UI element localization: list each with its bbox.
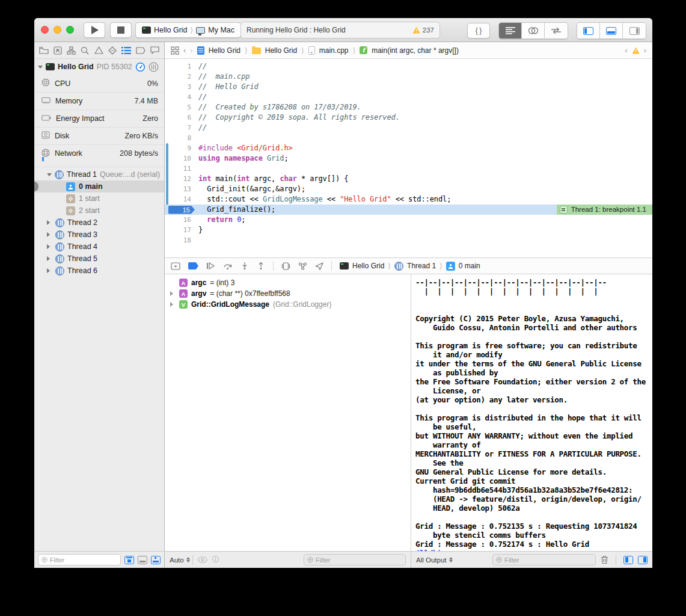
thread-row-2[interactable]: Thread 2 [34, 217, 164, 229]
navigator-filter-field[interactable] [38, 554, 121, 565]
thread-row-1[interactable]: Thread 1Queue:...d (serial) [34, 168, 164, 180]
line-number[interactable]: 12 [165, 174, 191, 184]
thread-row-6[interactable]: Thread 6 [34, 265, 164, 277]
gauge-row-network[interactable]: Network208 bytes/s [34, 144, 164, 162]
stack-frame-row[interactable]: 0 main [34, 180, 164, 192]
debug-crumb-process[interactable]: Hello Grid [352, 262, 384, 270]
forward-button[interactable]: › [190, 46, 192, 55]
disclosure-triangle[interactable] [47, 268, 52, 273]
line-number[interactable]: 11 [165, 164, 191, 174]
console-view[interactable]: --|--|--|--|--|--|--|--|--|--|--|--|--|-… [411, 274, 652, 551]
line-number[interactable]: 5 [165, 102, 191, 112]
stop-button[interactable] [110, 22, 132, 38]
breadcrumb-project[interactable]: Hello Grid [209, 46, 240, 55]
debug-crumb-frame[interactable]: 0 main [459, 262, 480, 270]
line-number[interactable]: 6 [165, 112, 191, 123]
previous-issue-button[interactable]: ‹ [625, 46, 627, 55]
stack-frame-row[interactable]: 2 start [34, 205, 164, 217]
disclosure-triangle[interactable] [38, 66, 43, 69]
toggle-inspector-button[interactable] [623, 23, 646, 38]
zoom-window-button[interactable] [66, 26, 74, 34]
gauge-row-cpu[interactable]: CPU0% [34, 75, 164, 92]
line-number[interactable]: 10 [165, 153, 191, 164]
scheme-selector[interactable]: Hello Grid ⟩ My Mac [135, 22, 241, 38]
report-navigator-tab[interactable] [150, 46, 159, 54]
variable-row[interactable]: Aargc= (int) 3 [165, 277, 411, 288]
variables-filter-field[interactable] [304, 554, 406, 565]
issue-warning-icon[interactable] [632, 47, 640, 54]
clear-console-button[interactable] [601, 555, 608, 564]
console-filter-field[interactable] [492, 554, 596, 565]
breadcrumb-file[interactable]: main.cpp [319, 46, 349, 55]
disclosure-triangle[interactable] [47, 232, 52, 237]
filter-threads-button[interactable] [151, 556, 161, 564]
find-navigator-tab[interactable] [81, 46, 89, 55]
gauge-row-memory[interactable]: Memory7.4 MB [34, 92, 164, 109]
symbol-navigator-tab[interactable] [67, 46, 76, 55]
stack-frame-row[interactable]: 1 start [34, 192, 164, 205]
line-number[interactable]: 9 [165, 143, 191, 153]
disclosure-triangle[interactable] [47, 244, 52, 249]
run-button[interactable] [84, 22, 105, 38]
console-output-selector[interactable]: All Output [416, 556, 453, 564]
disclosure-triangle[interactable] [47, 173, 52, 176]
line-number[interactable]: 7 [165, 123, 191, 133]
library-button[interactable]: { } [467, 23, 490, 38]
issue-navigator-tab[interactable] [94, 46, 103, 54]
breadcrumb-group[interactable]: Hello Grid [265, 46, 297, 55]
breakpoint-badge[interactable]: 15 [168, 206, 195, 214]
simulate-location-button[interactable] [315, 262, 323, 270]
debug-view-hierarchy-button[interactable] [281, 262, 290, 270]
gauge-row-disk[interactable]: DiskZero KB/s [34, 127, 164, 144]
breakpoints-toggle-button[interactable] [188, 262, 198, 270]
quick-look-button[interactable] [198, 556, 207, 563]
line-number[interactable]: 17 [165, 225, 191, 235]
toggle-debug-area-button[interactable] [600, 23, 623, 38]
line-number[interactable]: 4 [165, 92, 191, 102]
debug-navigator-tab[interactable] [121, 47, 131, 54]
breadcrumb-symbol[interactable]: main(int argc, char * argv[]) [372, 46, 459, 55]
view-mode-button[interactable] [138, 556, 147, 564]
source-control-tab[interactable] [54, 46, 62, 55]
filter-running-blocks-button[interactable] [124, 556, 134, 564]
disclosure-triangle[interactable] [47, 220, 52, 225]
project-navigator-tab[interactable] [39, 46, 49, 54]
variable-row[interactable]: Aargv= (char **) 0x7ffeefbff568 [165, 288, 411, 299]
next-issue-button[interactable]: › [644, 46, 646, 55]
thread-row-5[interactable]: Thread 5 [34, 253, 164, 265]
variables-filter-input[interactable] [316, 556, 402, 564]
minimize-window-button[interactable] [54, 26, 61, 34]
toggle-navigator-button[interactable] [577, 23, 600, 38]
standard-editor-button[interactable] [499, 23, 522, 38]
continue-button[interactable] [206, 262, 215, 270]
variable-row[interactable]: VGrid::GridLogMessage(Grid::GridLogger) [165, 299, 411, 310]
disclosure-triangle[interactable] [47, 256, 52, 261]
warning-badge[interactable]: 237 [412, 26, 434, 34]
back-button[interactable]: ‹ [183, 46, 186, 55]
console-filter-input[interactable] [504, 556, 592, 564]
step-into-button[interactable] [240, 262, 249, 270]
debug-memory-graph-button[interactable] [298, 262, 307, 270]
related-items-icon[interactable] [171, 46, 179, 55]
disclosure-triangle[interactable] [170, 302, 176, 307]
gauge-row-energy-impact[interactable]: Energy ImpactZero [34, 109, 164, 127]
disclosure-triangle[interactable] [170, 291, 176, 296]
line-number[interactable]: 16 [165, 215, 191, 225]
toggle-console-button[interactable] [638, 556, 648, 564]
line-number[interactable]: 14 [165, 194, 191, 205]
line-number[interactable]: 18 [165, 235, 191, 245]
hide-debug-area-button[interactable] [171, 262, 180, 270]
step-over-button[interactable] [223, 262, 233, 270]
breakpoint-navigator-tab[interactable] [136, 47, 145, 54]
debug-crumb-thread[interactable]: Thread 1 [407, 262, 436, 270]
assistant-editor-button[interactable] [522, 23, 545, 38]
toggle-variables-view-button[interactable] [623, 556, 633, 564]
version-editor-button[interactable] [545, 23, 568, 38]
variables-scope-selector[interactable]: Auto [170, 556, 190, 564]
memory-graph-button[interactable] [149, 62, 159, 72]
test-navigator-tab[interactable] [108, 46, 117, 55]
navigator-filter-input[interactable] [50, 556, 117, 564]
line-number[interactable]: 13 [165, 184, 191, 194]
line-number[interactable]: 2 [165, 72, 191, 82]
print-description-button[interactable]: ⓘ [212, 555, 219, 565]
